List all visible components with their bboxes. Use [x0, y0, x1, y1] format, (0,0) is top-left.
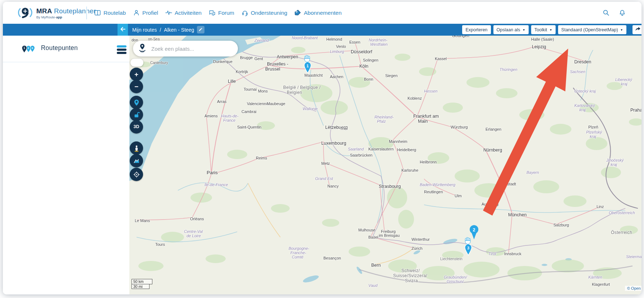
map-label: Grischun/: [447, 279, 464, 284]
map-label: Solingen: [363, 58, 378, 62]
map-label: Bern: [371, 263, 381, 268]
main-menu: RoutelabProfielActiviteitenForumOnderste…: [94, 2, 342, 24]
map-label: Vaud: [368, 283, 377, 288]
nav-item-ondersteuning[interactable]: Ondersteuning: [242, 9, 288, 16]
nav-item-profiel[interactable]: Profiel: [133, 9, 158, 16]
map-label: Saarland: [348, 147, 364, 151]
map-label: France: [223, 118, 235, 122]
map-label: Ústecký kraj: [574, 89, 596, 93]
waypoint-icon: [133, 99, 140, 106]
map-label: Lille: [228, 79, 236, 84]
elevation-button[interactable]: [130, 154, 143, 167]
nav-item-label: Ondersteuning: [251, 10, 288, 16]
route-marker-1[interactable]: 1: [301, 54, 314, 75]
map-label: Brugge: [240, 55, 253, 60]
pulse-icon: [165, 9, 172, 16]
map-label: Nancy: [327, 184, 339, 188]
map-label: Amiens: [204, 114, 218, 118]
sidebar-menu-button[interactable]: [117, 45, 126, 54]
map-label: Belgien: [287, 90, 302, 95]
map-label: Centre-Val: [184, 229, 203, 234]
add-waypoint-button[interactable]: [130, 96, 143, 109]
map-label: Aachen: [330, 74, 343, 79]
map-canvas[interactable]: donon-SeaCanterburyZeelandNoord-BrabantH…: [129, 36, 641, 294]
map-label: Limburg: [330, 49, 344, 54]
map-label: Île-de-France: [204, 182, 228, 187]
share-button[interactable]: [632, 25, 641, 34]
map-label: Nürnberg: [483, 148, 502, 153]
svg-text:1: 1: [23, 46, 25, 50]
map-label: Trier: [340, 126, 348, 131]
map-label: Köln: [359, 64, 368, 69]
zoom-out-glyph: −: [134, 83, 138, 90]
map-label: Svizra: [405, 278, 418, 283]
zoom-out-button[interactable]: −: [130, 80, 143, 93]
hamburger-icon: [117, 45, 126, 48]
toolkit-button[interactable]: Toolkit▼: [531, 25, 556, 34]
notifications-button[interactable]: [619, 9, 626, 16]
map-label: Kortrijk: [236, 69, 248, 74]
map-label: Düsseldorf: [351, 49, 372, 54]
map-label: Strasbourg: [379, 184, 401, 189]
map-label: Bourgogne-: [289, 246, 309, 250]
map-label: Praha: [630, 108, 641, 113]
map-label: Saarbrücken: [350, 153, 372, 157]
mra-logo-icon: [17, 5, 33, 22]
search-place-input[interactable]: [151, 45, 233, 52]
svg-text:1: 1: [307, 64, 309, 68]
map-label: Ulm: [455, 194, 462, 198]
view-3d-button[interactable]: 3D: [130, 120, 143, 134]
opslaan-als-button[interactable]: Opslaan als▼: [493, 25, 529, 34]
search-button[interactable]: [603, 9, 610, 16]
nav-item-forum[interactable]: Forum: [209, 9, 234, 16]
map-label: kraj: [579, 108, 586, 112]
map-label: Luxembourg: [321, 141, 346, 146]
map-label: Besançon: [323, 256, 341, 260]
route-bar: Mijn routes / Alken - Steeg ExporterenOp…: [3, 24, 641, 36]
map-label: Dunkerque: [213, 59, 233, 64]
map-label: Bruxelles -: [267, 62, 288, 67]
map-label: Westfalen: [370, 42, 388, 46]
map-label: Nordrhein-: [369, 38, 387, 42]
map-label: Pfalz: [377, 119, 386, 123]
map-label: Liberecký: [615, 77, 632, 82]
map-label: Würzburg: [451, 125, 468, 129]
brand-logo[interactable]: MRA Routeplanner By MyRoute-app: [17, 5, 96, 22]
panel-toggle-pill[interactable]: [130, 59, 143, 67]
nav-item-activiteiten[interactable]: Activiteiten: [165, 9, 202, 16]
exporteren-button[interactable]: Exporteren: [462, 25, 491, 34]
map-label: Maubeuge: [267, 101, 285, 106]
nav-item-abonnementen[interactable]: Abonnementen: [294, 9, 341, 16]
headset-icon: [242, 9, 248, 16]
view-3d-glyph: 3D: [134, 125, 139, 129]
unlock-button[interactable]: [130, 108, 143, 121]
map-label: Göttingen: [452, 36, 469, 38]
elevation-icon: [133, 157, 140, 164]
map-label: België / Belgique /: [283, 85, 321, 90]
breadcrumb-parent[interactable]: Mijn routes: [132, 27, 157, 33]
map-label: Mulhouse: [358, 228, 376, 232]
standaard-openstreetmap--button[interactable]: Standaard (OpenStreetMap)▼: [558, 25, 626, 34]
map-label: Hauts-de-: [221, 114, 238, 118]
edit-route-name-button[interactable]: [197, 26, 204, 33]
map-label: Saint-Quentin: [237, 125, 261, 129]
map-label: Thüringen: [500, 67, 518, 72]
button-label: Exporteren: [465, 27, 487, 32]
recenter-button[interactable]: [130, 168, 143, 181]
map-label: Leipzig: [532, 44, 546, 49]
map-label: Tournai: [244, 87, 257, 91]
route-bar-actions: ExporterenOpslaan als▼Toolkit▼Standaard …: [462, 25, 626, 34]
zoom-in-button[interactable]: +: [130, 68, 143, 81]
sidebar-routepoints: 3 2 1 Routepunten: [3, 36, 129, 294]
map-label: Rheinland-: [374, 115, 394, 119]
map-label: Tours: [155, 242, 165, 247]
map-label: Noord-Brabant: [292, 36, 318, 40]
map-label: Plzeňský: [586, 130, 602, 134]
map-label: Graubünden/: [444, 275, 467, 279]
nav-item-routelab[interactable]: Routelab: [94, 9, 126, 16]
back-button[interactable]: [118, 24, 128, 36]
street-view-button[interactable]: [130, 141, 143, 155]
map-label: kraj: [611, 162, 617, 167]
map-attribution[interactable]: © Open: [625, 286, 641, 291]
route-marker-3[interactable]: 3: [462, 236, 475, 257]
